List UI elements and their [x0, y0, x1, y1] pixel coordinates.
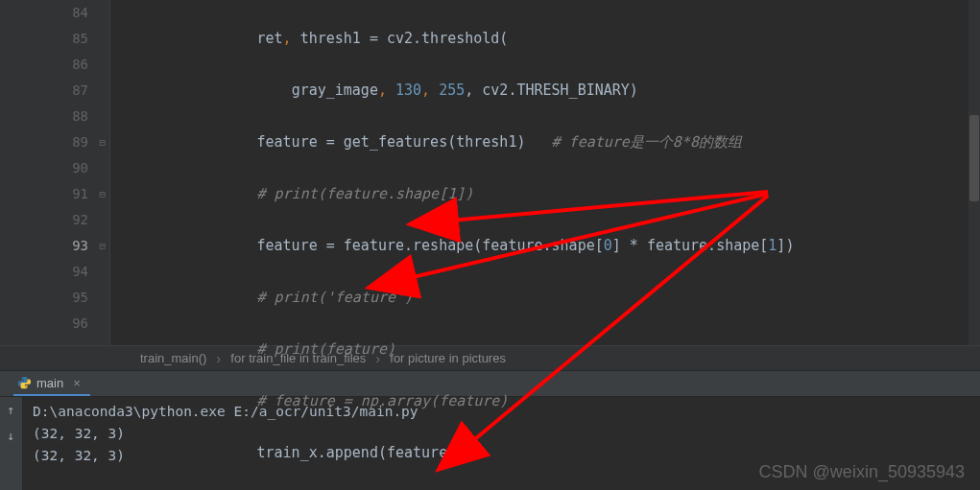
tab-main[interactable]: main × [13, 371, 90, 396]
code-comment: # print('feature') [257, 289, 414, 306]
code-token: 1 [768, 237, 777, 254]
editor-area: 84 85 86 87 88 89⊟ 90 91⊟ 92 93⊟ 94 95 9… [0, 0, 980, 345]
code-token: feature = get_features(thresh1) [257, 133, 552, 151]
line-number: 95 [0, 285, 88, 311]
code-token: 130 [395, 82, 421, 99]
code-token: ret [257, 30, 283, 47]
python-file-icon [17, 376, 31, 389]
tab-label: main [36, 376, 63, 390]
line-number-current: 93⊟ [0, 233, 88, 259]
code-comment: # feature = np.array(feature) [257, 392, 509, 409]
fold-marker-icon[interactable]: ⊟ [96, 129, 106, 155]
line-number: 96 [0, 311, 88, 337]
close-icon[interactable]: × [73, 376, 81, 390]
code-token: , [283, 30, 300, 47]
fold-marker-icon[interactable]: ⊟ [96, 181, 106, 207]
line-number: 88 [0, 104, 88, 129]
fold-marker-icon[interactable]: ⊟ [96, 233, 106, 259]
line-number: 87 [0, 78, 88, 104]
code-token: , [378, 82, 395, 99]
arrow-up-icon[interactable]: ↑ [8, 403, 15, 417]
code-text-area[interactable]: ret, thresh1 = cv2.threshold( gray_image… [110, 0, 980, 345]
code-comment: # print(feature.shape[1]) [257, 185, 474, 202]
code-comment: # print(feature) [257, 340, 396, 358]
line-number: 94 [0, 259, 88, 285]
line-number: 85 [0, 26, 88, 52]
line-number: 84 [0, 0, 88, 26]
code-token: , [421, 82, 439, 99]
line-number: 91⊟ [0, 181, 88, 207]
code-token: 255 [439, 82, 465, 99]
arrow-down-icon[interactable]: ↓ [8, 429, 15, 443]
code-token: 0 [604, 237, 612, 254]
code-token: gray_image [292, 82, 378, 99]
code-token: feature = feature.reshape(feature.shape[ [257, 237, 604, 254]
console-toolbar: ↑ ↓ [0, 397, 23, 490]
scrollbar-thumb[interactable] [969, 115, 979, 201]
code-token: train_x.append(feature) [257, 444, 457, 461]
line-number: 89⊟ [0, 129, 88, 155]
line-number-gutter[interactable]: 84 85 86 87 88 89⊟ 90 91⊟ 92 93⊟ 94 95 9… [0, 0, 110, 345]
line-number: 92 [0, 207, 88, 233]
code-token: , cv2.THRESH_BINARY) [465, 82, 638, 99]
line-number: 86 [0, 52, 88, 78]
code-token: thresh1 = cv2.threshold( [300, 30, 509, 47]
code-comment: # feature是一个8*8的数组 [552, 133, 742, 151]
vertical-scrollbar[interactable] [968, 0, 980, 345]
code-token: ]) [777, 237, 794, 254]
line-number: 90 [0, 155, 88, 181]
code-token: ] * feature.shape[ [612, 237, 769, 254]
